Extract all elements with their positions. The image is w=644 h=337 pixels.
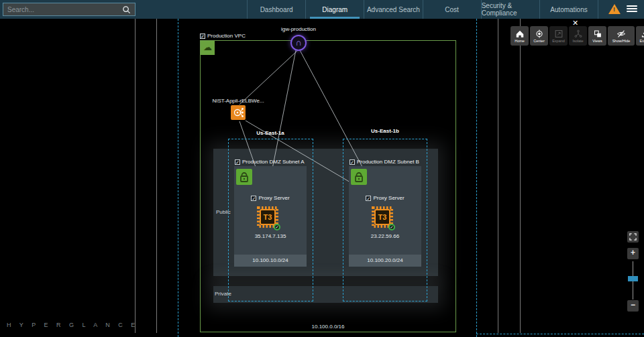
zoom-out-button[interactable]: − <box>627 300 639 312</box>
subnet-b-cidr: 10.100.20.0/24 <box>349 255 421 267</box>
expand-button: Expand <box>549 26 568 46</box>
subnet-a-label: Production DMZ Subnet A <box>235 159 305 165</box>
isolate-icon <box>574 29 583 38</box>
subnet-a-cidr: 10.100.10.0/24 <box>234 255 307 267</box>
tab-dashboard[interactable]: Dashboard <box>247 0 305 19</box>
checkbox-icon[interactable] <box>251 196 256 201</box>
canvas-boundary-line <box>498 19 498 333</box>
svg-text:T3: T3 <box>378 213 387 221</box>
export-button[interactable]: Export <box>636 26 644 46</box>
vpc-cloud-icon[interactable]: ☁ <box>201 41 215 55</box>
close-toolbar-icon[interactable]: ✕ <box>572 19 578 26</box>
search-box[interactable] <box>3 3 136 16</box>
top-navigation-bar: Dashboard Diagram Advanced Search Cost S… <box>0 0 644 19</box>
home-button[interactable]: Home <box>511 26 529 46</box>
load-balancer-icon[interactable] <box>231 105 246 120</box>
subnet-a[interactable]: Production DMZ Subnet A Proxy Server T3 … <box>234 166 307 267</box>
instance-b-ip: 23.22.59.66 <box>349 233 421 239</box>
hyperglance-logo: H Y P E R G L A N C E <box>7 322 138 328</box>
az-label-1b: Us-East-1b <box>345 128 425 134</box>
igw-label: igw-production <box>258 26 339 32</box>
hyperglance-app: Dashboard Diagram Advanced Search Cost S… <box>0 0 644 337</box>
vpc-cidr-label: 10.100.0.0/16 <box>200 324 456 330</box>
lock-icon[interactable] <box>351 169 367 185</box>
tab-diagram[interactable]: Diagram <box>305 0 364 19</box>
region-dashed-border <box>178 19 178 337</box>
elb-label: NIST-Appli-rELBWe... <box>198 98 278 104</box>
views-button[interactable]: Views <box>588 26 606 46</box>
export-download-icon <box>641 29 644 38</box>
instance-b-label: Proxy Server <box>349 195 421 201</box>
az-label-1a: Us-East-1a <box>230 130 311 136</box>
tab-advanced-search[interactable]: Advanced Search <box>364 0 422 19</box>
home-icon <box>515 29 525 38</box>
canvas-boundary-line <box>520 19 521 333</box>
diagram-toolbar: Home Center Expand <box>511 26 644 46</box>
status-ok-badge: ✓ <box>274 224 280 230</box>
tab-cost[interactable]: Cost <box>423 0 481 19</box>
warning-alert-icon[interactable]: ! <box>608 3 621 15</box>
internet-gateway-icon[interactable]: ∩ <box>290 35 307 51</box>
instance-a-ip: 35.174.7.135 <box>234 233 307 239</box>
region-dashed-border <box>476 334 644 334</box>
show-hide-button[interactable]: Show/Hide <box>608 26 635 46</box>
search-input[interactable] <box>7 6 122 13</box>
expand-icon <box>554 29 564 38</box>
center-button[interactable]: Center <box>530 26 548 46</box>
lock-icon[interactable] <box>236 169 252 185</box>
checkbox-icon[interactable] <box>235 159 240 165</box>
subnet-b-label: Production DMZ Subnet B <box>350 159 419 165</box>
status-ok-badge: ✓ <box>388 224 395 230</box>
region-dashed-border <box>476 19 477 337</box>
svg-text:T3: T3 <box>264 213 272 221</box>
subnet-b[interactable]: Production DMZ Subnet B Proxy Server T3 … <box>349 166 421 267</box>
tab-automations[interactable]: Automations <box>539 0 598 19</box>
canvas-boundary-line <box>135 19 136 333</box>
fit-to-screen-button[interactable] <box>627 231 639 243</box>
zoom-slider-handle[interactable] <box>628 276 638 281</box>
isolate-button: Isolate <box>569 26 587 46</box>
vpc-label: Production VPC <box>200 33 246 39</box>
main-nav: Dashboard Diagram Advanced Search Cost S… <box>247 0 598 19</box>
tab-security-compliance[interactable]: Security & Compliance <box>481 0 539 19</box>
checkbox-icon[interactable] <box>200 33 205 39</box>
search-icon[interactable] <box>122 5 131 14</box>
instance-a-label: Proxy Server <box>234 195 307 201</box>
checkbox-icon[interactable] <box>350 159 355 165</box>
show-hide-eye-icon <box>615 29 627 38</box>
fullscreen-icon <box>629 233 637 241</box>
center-icon <box>535 29 544 38</box>
checkbox-icon[interactable] <box>366 196 371 201</box>
views-icon <box>593 29 602 38</box>
hamburger-menu-icon[interactable] <box>627 5 637 13</box>
zoom-in-button[interactable]: + <box>627 248 639 259</box>
canvas-boundary-line <box>156 19 157 333</box>
